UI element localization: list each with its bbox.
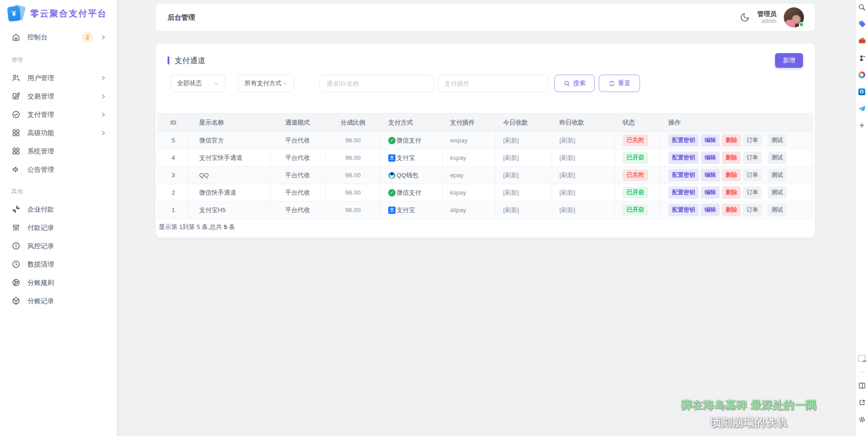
slack-icon bbox=[11, 205, 21, 214]
outlook-icon[interactable]: O bbox=[858, 87, 866, 96]
refresh-yesterday-link[interactable]: [刷新] bbox=[559, 172, 575, 179]
configure-key-button[interactable]: 配置密钥 bbox=[668, 134, 699, 147]
order-button[interactable]: 订单 bbox=[743, 152, 762, 164]
toolbox-icon[interactable] bbox=[858, 37, 866, 45]
refresh-yesterday-link[interactable]: [刷新] bbox=[559, 137, 575, 144]
sidebar-item-transactions[interactable]: 交易管理 bbox=[0, 87, 117, 105]
alert-circle-icon bbox=[11, 241, 21, 251]
moon-icon[interactable] bbox=[740, 12, 750, 22]
sidebar-item-announcements[interactable]: 公告管理 bbox=[0, 160, 117, 179]
order-button[interactable]: 订单 bbox=[743, 186, 762, 199]
wechat-pay-icon: ✓ bbox=[388, 189, 396, 196]
sidebar-item-dashboard[interactable]: 控制台 2 bbox=[0, 27, 117, 47]
edit-button[interactable]: 编辑 bbox=[701, 169, 720, 181]
cell-channel-mode: 平台代收 bbox=[270, 132, 326, 149]
delete-button[interactable]: 删除 bbox=[722, 134, 741, 147]
cell-channel-mode: 平台代收 bbox=[270, 149, 326, 167]
channel-search-input[interactable] bbox=[320, 75, 434, 92]
sidebar-item-split-records[interactable]: 分账记录 bbox=[0, 292, 117, 310]
delete-button[interactable]: 删除 bbox=[722, 186, 741, 199]
sidebar-item-enterprise-payout[interactable]: 企业付款 bbox=[0, 200, 117, 218]
refresh-today-link[interactable]: [刷新] bbox=[503, 172, 519, 179]
search-button[interactable]: 搜索 bbox=[554, 75, 595, 92]
cell-status: 已开启 bbox=[615, 184, 661, 202]
configure-key-button[interactable]: 配置密钥 bbox=[668, 186, 699, 199]
sidebar-item-data-cleanup[interactable]: 数据清理 bbox=[0, 255, 117, 273]
search-ext-icon[interactable] bbox=[858, 3, 866, 11]
refresh-yesterday-link[interactable]: [刷新] bbox=[559, 154, 575, 161]
cell-yesterday-income: [刷新] bbox=[552, 132, 615, 149]
sidebar-item-advanced[interactable]: 高级功能 bbox=[0, 124, 117, 142]
edit-button[interactable]: 编辑 bbox=[701, 186, 720, 199]
edit-button[interactable]: 编辑 bbox=[701, 152, 720, 164]
chess-icon[interactable] bbox=[858, 54, 866, 62]
cell-id: 1 bbox=[158, 202, 189, 219]
order-button[interactable]: 订单 bbox=[743, 204, 762, 216]
sidebar-item-payout-records[interactable]: 付款记录 bbox=[0, 218, 117, 237]
qq-wallet-icon bbox=[388, 172, 396, 179]
test-button[interactable]: 测试 bbox=[768, 204, 787, 216]
column-header: 通道模式 bbox=[270, 114, 326, 132]
delete-button[interactable]: 删除 bbox=[722, 204, 741, 216]
search-icon bbox=[564, 80, 570, 87]
table-header-row: ID显示名称通道模式分成比例支付方式支付插件今日收款昨日收款状态操作 bbox=[158, 114, 813, 132]
payment-method-select[interactable]: 所有支付方式 bbox=[238, 75, 294, 92]
cell-split-ratio: 96.00 bbox=[326, 184, 381, 202]
cell-today-income: [刷新] bbox=[496, 149, 552, 167]
delete-button[interactable]: 删除 bbox=[722, 169, 741, 181]
external-link-icon[interactable] bbox=[858, 398, 866, 407]
screenshot-icon[interactable] bbox=[858, 354, 866, 362]
column-header: 显示名称 bbox=[189, 114, 270, 132]
app-logo[interactable]: ¥ 零云聚合支付平台 bbox=[0, 0, 117, 27]
user-menu[interactable]: 管理员 admin bbox=[757, 10, 776, 25]
plugin-search-input[interactable] bbox=[438, 75, 548, 92]
user-role: admin bbox=[761, 18, 776, 25]
sidebar-item-label: 高级功能 bbox=[27, 129, 93, 137]
split-view-icon[interactable] bbox=[858, 382, 866, 390]
configure-key-button[interactable]: 配置密钥 bbox=[668, 169, 699, 181]
add-button[interactable]: 新增 bbox=[775, 53, 803, 68]
edit-button[interactable]: 编辑 bbox=[701, 204, 720, 216]
order-button[interactable]: 订单 bbox=[743, 169, 762, 181]
configure-key-button[interactable]: 配置密钥 bbox=[668, 152, 699, 164]
sidebar-item-payments[interactable]: 支付管理 bbox=[0, 105, 117, 124]
cell-plugin: alipay bbox=[443, 202, 496, 219]
sidebar-item-users[interactable]: 用户管理 bbox=[0, 69, 117, 87]
office-icon[interactable] bbox=[858, 71, 866, 79]
reset-button[interactable]: 重置 bbox=[599, 75, 640, 92]
test-button[interactable]: 测试 bbox=[768, 169, 787, 181]
status-select[interactable]: 全部状态 bbox=[170, 75, 225, 92]
sidebar-section-other: 其他 bbox=[0, 179, 117, 200]
cell-display-name: 支付宝H5 bbox=[189, 202, 270, 219]
edit-button[interactable]: 编辑 bbox=[701, 134, 720, 147]
cell-plugin: kspay bbox=[443, 149, 496, 167]
telegram-icon[interactable] bbox=[858, 104, 866, 113]
refresh-yesterday-link[interactable]: [刷新] bbox=[559, 189, 575, 196]
sidebar-item-split-rules[interactable]: 分账规则 bbox=[0, 273, 117, 292]
delete-button[interactable]: 删除 bbox=[722, 152, 741, 164]
refresh-today-link[interactable]: [刷新] bbox=[503, 189, 519, 196]
add-icon[interactable]: + bbox=[858, 121, 866, 130]
refresh-icon bbox=[608, 80, 615, 87]
order-button[interactable]: 订单 bbox=[743, 134, 762, 147]
refresh-today-link[interactable]: [刷新] bbox=[503, 154, 519, 161]
cell-actions: 配置密钥编辑删除订单测试 bbox=[661, 184, 813, 202]
subtitle-line-2: 顷刻崩塌的铁轨 bbox=[682, 415, 817, 430]
sidebar-section-management: 管理 bbox=[0, 47, 117, 69]
test-button[interactable]: 测试 bbox=[768, 134, 787, 147]
avatar[interactable] bbox=[784, 7, 804, 27]
cell-display-name: 微信官方 bbox=[189, 132, 270, 149]
refresh-yesterday-link[interactable]: [刷新] bbox=[559, 207, 575, 213]
test-button[interactable]: 测试 bbox=[768, 152, 787, 164]
alipay-icon: 支 bbox=[388, 154, 396, 162]
test-button[interactable]: 测试 bbox=[768, 186, 787, 199]
configure-key-button[interactable]: 配置密钥 bbox=[668, 204, 699, 216]
grid-icon bbox=[11, 147, 21, 156]
sidebar-item-system[interactable]: 系统管理 bbox=[0, 142, 117, 160]
sidebar-item-risk-records[interactable]: 风控记录 bbox=[0, 237, 117, 255]
refresh-today-link[interactable]: [刷新] bbox=[503, 207, 519, 213]
tag-icon[interactable] bbox=[858, 20, 866, 28]
refresh-today-link[interactable]: [刷新] bbox=[503, 137, 519, 144]
settings-gear-icon[interactable] bbox=[858, 415, 866, 424]
cell-payment-method: 支支付宝 bbox=[381, 202, 443, 219]
